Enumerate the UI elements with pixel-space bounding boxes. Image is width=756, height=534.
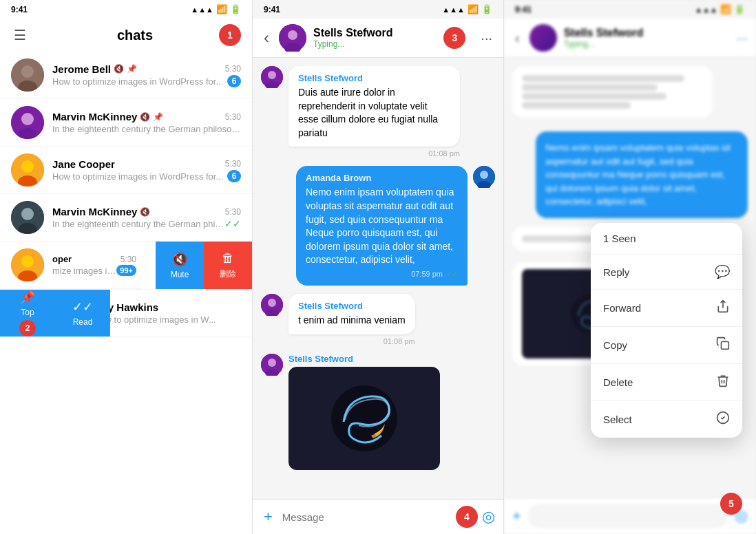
pin-swipe-icon: 📌	[20, 290, 35, 305]
context-delete[interactable]: Delete	[591, 364, 742, 401]
more-button[interactable]: ···	[478, 28, 495, 49]
menu-button[interactable]: ☰	[11, 24, 29, 46]
messages-area: Stells Stefword Duis aute irure dolor in…	[253, 58, 503, 499]
context-menu: 1 Seen Reply 💬 Forward Copy Delete	[591, 223, 742, 438]
msg-avatar-stells2	[261, 294, 283, 316]
send-area: 4 ◎	[456, 506, 495, 528]
status-bar-left: 9:41 ▲▲▲ 📶 🔋	[0, 0, 252, 19]
bubble-text-2: t enim ad minima veniam	[298, 314, 406, 328]
chat-info-jane: Jane Cooper 5:30 How to optimize images …	[52, 158, 241, 182]
message-input[interactable]	[282, 511, 449, 523]
signal-icon-m: ▲▲▲	[442, 6, 465, 14]
mute-icon-jerome: 🔇	[114, 64, 124, 74]
swipe-mute-button[interactable]: 🔇 Mute	[156, 242, 204, 289]
bubble-sent-1: Amanda Brown Nemo enim ipsam voluptatem …	[296, 166, 468, 286]
bubble-sender-2: Stells Stefword	[298, 301, 406, 311]
chat-info-swipe: oper 5:30 mize images in WordPress... 99…	[52, 254, 136, 276]
chat-time-marvin2: 5:30	[225, 207, 241, 217]
chat-preview-swipe: mize images in WordPress...	[52, 266, 116, 276]
delete-action-label: 删除	[220, 268, 236, 280]
message-received-3: Stells Stefword	[261, 354, 460, 470]
battery-icon: 🔋	[230, 4, 241, 14]
svg-point-7	[21, 160, 34, 173]
svg-point-25	[480, 171, 488, 179]
chat-info-marvin1: Marvin McKinney 🔇 📌 5:30 In the eighteen…	[52, 111, 241, 134]
message-image[interactable]	[288, 367, 440, 470]
message-received-2: Stells Stefword t enim ad minima veniam …	[261, 294, 460, 345]
avatar-marvin1	[11, 106, 44, 139]
send-icon[interactable]: ◎	[482, 508, 495, 526]
chat-time-marvin1: 5:30	[225, 112, 241, 122]
context-copy[interactable]: Copy	[591, 327, 742, 364]
add-button[interactable]: +	[261, 505, 275, 528]
chat-item-marvin1[interactable]: Marvin McKinney 🔇 📌 5:30 In the eighteen…	[0, 99, 252, 147]
copy-label: Copy	[603, 339, 627, 351]
bubble-sender-3: Stells Stefword	[288, 354, 440, 364]
chat-item-jane[interactable]: Jane Cooper 5:30 How to optimize images …	[0, 147, 252, 194]
contact-avatar	[279, 24, 306, 52]
battery-icon-m: 🔋	[481, 4, 492, 14]
svg-point-19	[288, 30, 297, 40]
context-select[interactable]: Select	[591, 401, 742, 438]
wifi-icon: 📶	[216, 4, 227, 14]
svg-point-13	[21, 255, 34, 268]
right-panel-container: 9:41 ▲▲▲ 📶 🔋 ‹ Stells Stefword Typing...…	[504, 0, 756, 534]
avatar-jane	[11, 153, 44, 186]
chat-preview-jerome: How to optimize images in WordPress for.…	[52, 76, 223, 87]
chats-title: chats	[29, 28, 241, 43]
svg-point-1	[21, 65, 34, 78]
double-check-icon: ✓✓	[445, 270, 458, 279]
swipe-delete-button[interactable]: 🗑 删除	[204, 242, 252, 289]
pin-icon-marvin1: 📌	[153, 112, 163, 122]
mute-action-icon: 🔇	[172, 252, 187, 267]
chat-list-header: ☰ chats 1	[0, 19, 252, 52]
context-forward[interactable]: Forward	[591, 290, 742, 327]
status-icons-middle: ▲▲▲ 📶 🔋	[442, 4, 492, 14]
chat-item-jerome[interactable]: Jerome Bell 🔇 📌 5:30 How to optimize ima…	[0, 52, 252, 99]
select-label: Select	[603, 414, 632, 425]
avatar-swipe	[11, 248, 44, 281]
contact-info: Stells Stefword Typing...	[313, 27, 437, 49]
status-icons-left: ▲▲▲ 📶 🔋	[191, 4, 241, 14]
read-label: Read	[73, 317, 93, 327]
chat-list: Jerome Bell 🔇 📌 5:30 How to optimize ima…	[0, 52, 252, 534]
back-button[interactable]: ‹	[261, 25, 272, 50]
context-reply[interactable]: Reply 💬	[591, 255, 742, 290]
bubble-time-sent: 07:59 pm ✓✓	[306, 270, 458, 279]
chat-item-marvin2[interactable]: Marvin McKinney 🔇 5:30 In the eighteenth…	[0, 194, 252, 242]
reply-label: Reply	[603, 266, 629, 278]
chat-preview-jane: How to optimize images in WordPress for.…	[52, 171, 223, 182]
unread-badge-jerome: 6	[227, 75, 241, 87]
check-icon-marvin2: ✓✓	[224, 218, 241, 229]
reply-icon: 💬	[715, 264, 730, 279]
svg-point-4	[21, 113, 34, 125]
chat-name-swipe: oper	[52, 254, 72, 264]
swipe-top-button[interactable]: 📌 Top 2	[0, 290, 55, 337]
chat-preview-marvin1: In the eighteenth century the German phi…	[52, 124, 241, 134]
chat-time-jane: 5:30	[225, 159, 241, 169]
bubble-text-sent: Nemo enim ipsam voluptatem quia voluptas…	[306, 186, 458, 267]
unread-badge-swipe: 99+	[116, 265, 136, 276]
forward-label: Forward	[603, 302, 641, 314]
bubble-received-1: Stells Stefword Duis aute irure dolor in…	[288, 66, 460, 158]
pin-icon-jerome: 📌	[127, 64, 137, 74]
swipe-read-button[interactable]: ✓✓ Read	[55, 290, 110, 337]
chat-name-marvin2: Marvin McKinney 🔇	[52, 206, 150, 217]
top-label: Top	[21, 308, 34, 317]
status-time-left: 9:41	[11, 5, 28, 14]
chat-name-marvin1: Marvin McKinney 🔇 📌	[52, 111, 163, 122]
swipe-item2-container: Guy Hawkins How to optimize images in W.…	[0, 290, 252, 337]
conversation-panel: 9:41 ▲▲▲ 📶 🔋 ‹ Stells Stefword Typing...…	[252, 0, 504, 534]
mute-icon-marvin2: 🔇	[140, 207, 150, 217]
badge-5-container: 5	[720, 493, 742, 515]
chat-info-jerome: Jerome Bell 🔇 📌 5:30 How to optimize ima…	[52, 63, 241, 87]
msg-avatar-stells3	[261, 354, 283, 376]
bubble-received-2: Stells Stefword t enim ad minima veniam …	[288, 294, 415, 345]
msg-avatar-amanda	[473, 166, 495, 188]
bubble-time-1: 01:08 pm	[288, 149, 460, 158]
mute-icon-marvin1: 🔇	[140, 112, 150, 122]
bubble-text-1: Duis aute irure dolor in reprehenderit i…	[298, 86, 450, 140]
contact-status: Typing...	[313, 39, 437, 49]
msg-avatar-stells1	[261, 66, 283, 88]
chat-item-swipe[interactable]: oper 5:30 mize images in WordPress... 99…	[0, 242, 142, 289]
